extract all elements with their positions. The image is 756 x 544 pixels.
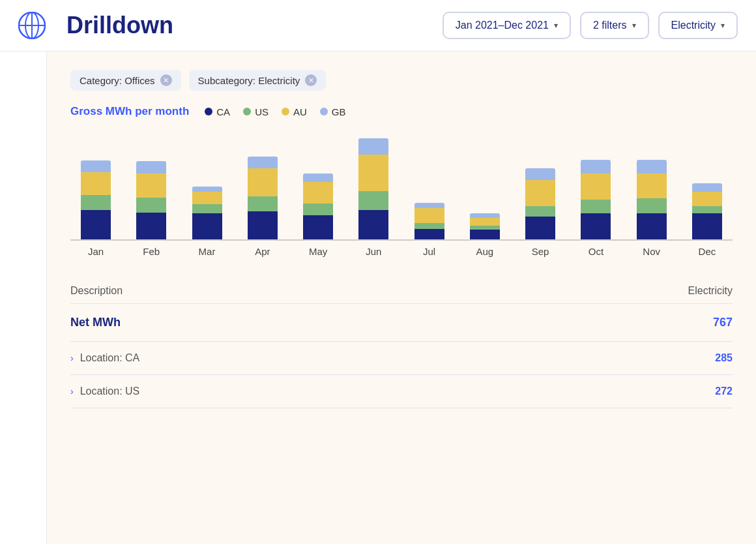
bar-segment-ca	[637, 213, 667, 239]
bar-segment-us	[692, 206, 722, 214]
expand-chevron-icon: ›	[70, 386, 74, 397]
chart-label-dec: Dec	[687, 246, 727, 257]
chart-label-may: May	[298, 246, 338, 257]
bar-segment-au	[525, 180, 555, 206]
bar-segment-au	[414, 208, 444, 223]
chevron-down-icon: ▾	[721, 21, 725, 30]
bar-segment-gb	[581, 160, 611, 174]
chart-label-sep: Sep	[520, 246, 560, 257]
bar-segment-us	[248, 196, 278, 211]
bar-segment-au	[248, 168, 278, 196]
location-us-row[interactable]: › Location: US 272	[70, 375, 733, 408]
date-filter-button[interactable]: Jan 2021–Dec 2021 ▾	[443, 12, 571, 39]
main-content: Category: Offices ✕ Subcategory: Electri…	[47, 52, 756, 544]
legend-gb: GB	[320, 106, 346, 117]
top-nav: Drilldown Jan 2021–Dec 2021 ▾ 2 filters …	[0, 0, 756, 52]
bar-group-jun[interactable]	[353, 138, 394, 239]
bar-segment-us	[358, 191, 388, 210]
bar-segment-gb	[692, 183, 722, 192]
bar-segment-ca	[692, 213, 722, 239]
page-title: Drilldown	[66, 12, 422, 39]
bar-segment-au	[470, 218, 500, 226]
col-value: Electricity	[473, 279, 733, 304]
us-dot	[243, 108, 251, 115]
bar-segment-gb	[192, 187, 222, 192]
bar-group-jan[interactable]	[76, 160, 116, 239]
ca-dot	[205, 108, 212, 115]
bar-segment-ca	[470, 230, 500, 239]
chart-bars	[70, 130, 733, 241]
bar-segment-au	[136, 174, 166, 198]
legend-ca: CA	[205, 106, 230, 117]
bar-segment-us	[81, 195, 111, 210]
legend-au: AU	[282, 106, 307, 117]
bar-segment-ca	[525, 217, 555, 239]
remove-subcategory-filter-button[interactable]: ✕	[305, 74, 317, 86]
net-mwh-label: Net MWh	[70, 304, 473, 342]
chevron-down-icon: ▾	[554, 21, 558, 30]
bar-segment-gb	[303, 174, 333, 182]
bar-segment-us	[637, 198, 667, 213]
bar-segment-ca	[303, 215, 333, 239]
bar-segment-gb	[248, 157, 278, 168]
sidebar	[0, 52, 47, 544]
filters-button[interactable]: 2 filters ▾	[580, 12, 649, 39]
bar-segment-ca	[414, 229, 444, 239]
bar-segment-ca	[136, 213, 166, 239]
bar-group-mar[interactable]	[187, 187, 227, 239]
bar-group-jul[interactable]	[409, 203, 450, 239]
nav-controls: Jan 2021–Dec 2021 ▾ 2 filters ▾ Electric…	[443, 12, 738, 39]
bar-segment-ca	[81, 210, 111, 239]
net-mwh-row: Net MWh 767	[70, 304, 733, 342]
bar-segment-gb	[358, 138, 388, 155]
location-us-value: 272	[473, 375, 733, 408]
bar-segment-au	[192, 192, 222, 204]
bar-segment-au	[581, 174, 611, 200]
app-logo	[18, 12, 46, 39]
chart-title: Gross MWh per month	[70, 105, 189, 118]
chart-label-feb: Feb	[131, 246, 171, 257]
chart-label-jun: Jun	[353, 246, 394, 257]
net-mwh-value: 767	[473, 304, 733, 342]
category-filter-tag: Category: Offices ✕	[70, 70, 181, 91]
bar-group-may[interactable]	[298, 174, 338, 239]
chart-label-mar: Mar	[187, 246, 227, 257]
bar-segment-gb	[470, 213, 500, 218]
bar-group-apr[interactable]	[242, 157, 283, 239]
bar-segment-us	[414, 223, 444, 228]
bar-segment-us	[525, 206, 555, 217]
chart-label-oct: Oct	[575, 246, 616, 257]
bar-segment-ca	[581, 213, 611, 239]
bar-segment-us	[136, 198, 166, 213]
bar-segment-gb	[525, 168, 555, 180]
subcategory-filter-tag: Subcategory: Electricity ✕	[189, 70, 327, 91]
bar-group-aug[interactable]	[465, 213, 505, 239]
chart-label-jul: Jul	[409, 246, 450, 257]
bar-segment-au	[358, 155, 388, 191]
category-filter-button[interactable]: Electricity ▾	[658, 12, 738, 39]
chart-label-apr: Apr	[242, 246, 283, 257]
chart-legend: Gross MWh per month CA US AU GB	[70, 105, 733, 118]
expand-chevron-icon: ›	[70, 353, 74, 363]
bar-segment-au	[637, 174, 667, 198]
remove-category-filter-button[interactable]: ✕	[160, 74, 172, 86]
bar-group-oct[interactable]	[575, 160, 616, 239]
bar-chart: JanFebMarAprMayJunJulAugSepOctNovDec	[70, 130, 733, 260]
layout: Category: Offices ✕ Subcategory: Electri…	[0, 52, 756, 544]
bar-group-sep[interactable]	[520, 168, 560, 239]
bar-segment-us	[470, 226, 500, 230]
bar-segment-au	[81, 172, 111, 195]
location-us-expand: › Location: US	[70, 385, 473, 397]
bar-group-feb[interactable]	[131, 161, 171, 239]
bar-segment-au	[303, 182, 333, 204]
bar-segment-us	[303, 204, 333, 215]
bar-segment-gb	[637, 160, 667, 174]
location-ca-row[interactable]: › Location: CA 285	[70, 342, 733, 375]
bar-segment-us	[581, 200, 611, 213]
bar-group-dec[interactable]	[687, 183, 727, 239]
bar-group-nov[interactable]	[632, 160, 672, 239]
data-table: Description Electricity Net MWh 767 › Lo…	[70, 279, 733, 408]
legend-us: US	[243, 106, 269, 117]
filter-tags: Category: Offices ✕ Subcategory: Electri…	[70, 70, 733, 91]
bar-segment-us	[192, 204, 222, 214]
